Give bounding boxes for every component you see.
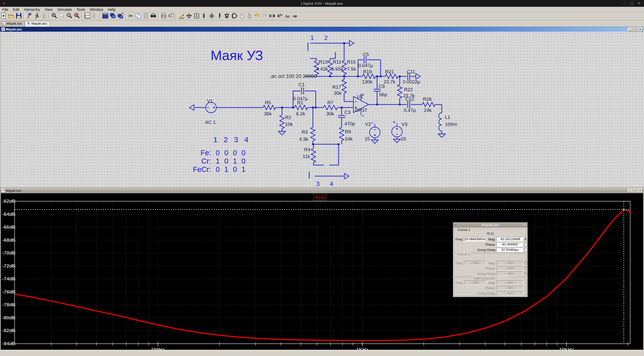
app-minimize-button[interactable]: – (621, 1, 627, 6)
cursor1-mag-value[interactable]: -63.281208dB (497, 237, 523, 241)
restore-windows-button[interactable] (117, 13, 124, 19)
cursor2-phase-value[interactable]: -- N/A-- (497, 266, 523, 271)
app-close-button[interactable]: ✕ (636, 1, 642, 6)
draw-wire-button[interactable] (178, 13, 185, 19)
zoom-out-button[interactable] (66, 13, 73, 19)
schematic-window-title-bar[interactable]: Mayak.asc _ □ ✕ (0, 27, 644, 32)
ratio-phase-value[interactable]: -- N/A-- (497, 286, 523, 290)
halfplane-button[interactable] (92, 13, 99, 19)
place-text-button[interactable]: Aa (284, 13, 291, 19)
waveform-plot-area[interactable]: -62dB-64dB-66dB-68dB-70dB-72dB-74dB-76dB… (1, 193, 643, 350)
run-button[interactable] (33, 13, 41, 19)
trace-I(L1)[interactable] (15, 210, 631, 341)
schematic-label: 24k (424, 108, 432, 113)
place-diode-button[interactable] (223, 13, 231, 19)
zoom-fit-button[interactable] (74, 13, 81, 19)
open-button[interactable] (8, 13, 15, 19)
copy-button[interactable] (135, 13, 142, 19)
waveform-window: Mayak.asc _ □ ✕ -62dB-64dB-66dB-68dB-70d… (0, 187, 644, 351)
waveform-window-title-bar[interactable]: Mayak.asc _ □ ✕ (0, 188, 644, 193)
halt-button[interactable] (41, 13, 48, 19)
spice-directive-button[interactable]: .op (291, 13, 299, 19)
schematic-label: 2 (324, 34, 328, 41)
schematic-label: C9 (379, 84, 385, 89)
save-button[interactable] (15, 13, 23, 19)
trace-label[interactable]: I(L1) (313, 194, 327, 200)
menu-item-simulate[interactable]: Simulate (55, 7, 74, 12)
cursor1-phase-radio[interactable] (524, 243, 527, 246)
schematic-label: R2 (285, 115, 291, 120)
ratio-mag-value[interactable]: -- N/A-- (497, 280, 523, 285)
rotate-button[interactable]: E↻ (276, 13, 284, 19)
menu-item-hierarchy[interactable]: Hierarchy (22, 7, 42, 12)
redo-button[interactable] (261, 13, 268, 19)
cursor-dialog[interactable]: ▼ Mayak.asc ✕ Cursor 1 I(L1) Freq: 19.06… (453, 222, 528, 297)
cursor2-phase-radio[interactable] (524, 267, 527, 270)
control-panel-button[interactable] (26, 13, 33, 19)
new-schematic-button[interactable] (0, 13, 8, 19)
schematic-canvas[interactable]: Маяк УЗ.ac oct 100 20 200001 2 3 4Fe: 0 … (0, 32, 644, 187)
mirror-button[interactable]: E∃ (269, 13, 276, 19)
schematic-label: FeCr: 0 1 0 1 (193, 165, 246, 173)
schematic-label: 1 (310, 34, 314, 41)
place-label-button[interactable]: A (193, 13, 200, 19)
print-button[interactable] (160, 13, 168, 19)
print-preview-button[interactable] (168, 13, 175, 19)
menu-item-help[interactable]: Help (105, 7, 118, 12)
cursor2-gd-radio[interactable] (524, 272, 527, 275)
waveform-minimize-button[interactable]: _ (628, 188, 633, 193)
svg-text:↻: ↻ (280, 13, 283, 17)
cursor1-marker (623, 209, 625, 210)
place-resistor-button[interactable] (201, 13, 208, 19)
schematic-minimize-button[interactable]: _ (628, 27, 633, 32)
x-axis-tick-label: 10KHz (559, 347, 574, 350)
tab-1-waveform[interactable]: Mayak.asc (0, 21, 25, 27)
cursor2-gd-value[interactable]: -- N/A-- (497, 271, 523, 276)
move-button[interactable] (238, 13, 246, 19)
waveform-maximize-button[interactable]: □ (633, 188, 638, 193)
cursor-dialog-title-bar[interactable]: ▼ Mayak.asc ✕ (453, 222, 528, 228)
tile-windows-button[interactable] (102, 13, 109, 19)
menu-item-file[interactable]: File (0, 7, 11, 12)
place-inductor-button[interactable] (216, 13, 223, 19)
cursor1-mag-radio[interactable] (524, 237, 527, 241)
zoom-back-button[interactable] (59, 13, 66, 19)
cursor2-mag-radio[interactable] (524, 261, 527, 265)
find-button[interactable] (150, 13, 157, 19)
cursor-dialog-close-icon[interactable]: ✕ (523, 223, 526, 227)
ratio-gd-value[interactable]: -- N/A-- (497, 291, 523, 295)
toolbar-separator (158, 13, 159, 19)
schematic-label: R17 (332, 84, 341, 90)
menu-item-tools[interactable]: Tools (74, 7, 88, 12)
schematic-close-button[interactable]: ✕ (638, 27, 643, 32)
drag-button[interactable] (246, 13, 253, 19)
waveform-window-title: Mayak.asc (6, 189, 21, 192)
paste-button[interactable] (142, 13, 150, 19)
cursor1-gd-value[interactable]: 52.93363µs (497, 247, 523, 252)
schematic-label: .ac oct 100 20 20000 (270, 73, 317, 79)
schematic-label: C1 (299, 82, 305, 87)
toolbar-separator (23, 13, 25, 19)
cascade-windows-button[interactable] (109, 13, 117, 19)
autorange-button[interactable] (84, 13, 91, 19)
menu-item-edit[interactable]: Edit (11, 7, 22, 12)
waveform-close-button[interactable]: ✕ (638, 188, 643, 193)
svg-text:.op: .op (293, 14, 297, 18)
cursor1-gd-radio[interactable] (524, 248, 527, 251)
cursor2-mag-value[interactable]: -- N/A-- (497, 261, 523, 265)
cut-button[interactable]: ✂ (127, 13, 135, 19)
cursor2-gd-label: Group Delay (473, 272, 496, 276)
place-component-button[interactable] (231, 13, 238, 19)
schematic-label: 56p (379, 92, 387, 97)
cursor1-phase-value[interactable]: -40.264993° (497, 242, 523, 247)
place-capacitor-button[interactable] (208, 13, 216, 19)
app-maximize-button[interactable]: ▢ (628, 1, 635, 6)
menu-item-window[interactable]: Window (88, 7, 105, 12)
tab-label: Mayak.asc (31, 22, 47, 25)
undo-button[interactable] (254, 13, 261, 19)
menu-item-view[interactable]: View (42, 7, 55, 12)
schematic-label: V2 (365, 122, 371, 127)
zoom-in-button[interactable] (51, 13, 58, 19)
schematic-maximize-button[interactable]: □ (633, 27, 638, 32)
place-ground-button[interactable] (186, 13, 193, 19)
